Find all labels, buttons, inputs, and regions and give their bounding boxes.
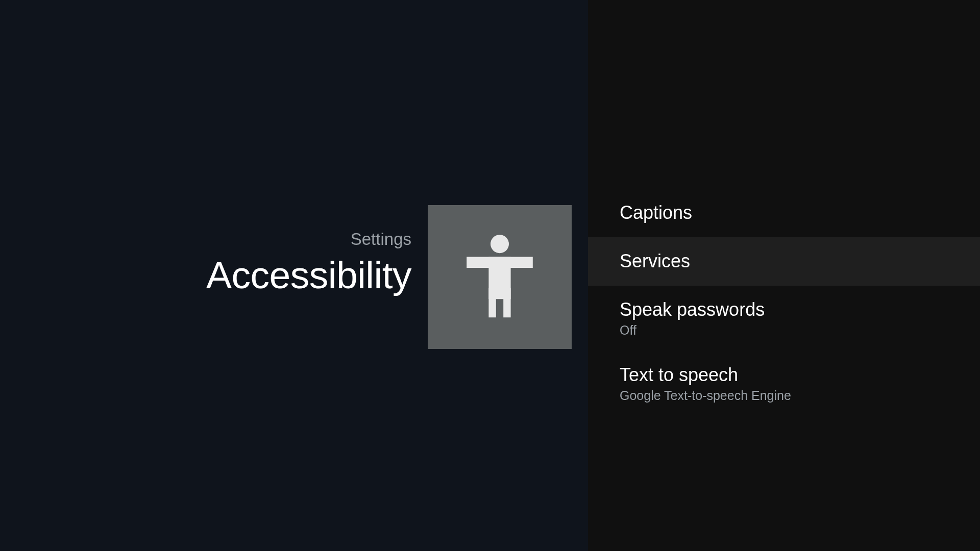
menu-item-title: Services [620, 249, 948, 272]
settings-screen: Settings Accessibility Captions Services [0, 0, 980, 551]
left-pane: Settings Accessibility [0, 0, 588, 551]
menu-item-captions[interactable]: Captions [588, 189, 980, 237]
breadcrumb: Settings [206, 230, 411, 249]
header-text: Settings Accessibility [206, 205, 411, 297]
menu-item-title: Captions [620, 201, 948, 224]
svg-rect-3 [488, 288, 496, 318]
menu-item-title: Speak passwords [620, 298, 948, 321]
menu-item-subtitle: Off [620, 323, 948, 338]
svg-point-0 [491, 235, 509, 253]
menu-pane: Captions Services Speak passwords Off Te… [588, 0, 980, 551]
menu-item-title: Text to speech [620, 363, 948, 386]
menu-item-subtitle: Google Text-to-speech Engine [620, 388, 948, 403]
menu-item-services[interactable]: Services [588, 237, 980, 286]
accessibility-icon-box [428, 205, 572, 349]
menu-item-speak-passwords[interactable]: Speak passwords Off [588, 286, 980, 351]
page-title: Accessibility [206, 253, 411, 297]
header-block: Settings Accessibility [206, 205, 572, 349]
menu-item-text-to-speech[interactable]: Text to speech Google Text-to-speech Eng… [588, 351, 980, 416]
accessibility-icon [454, 231, 546, 323]
svg-rect-4 [503, 288, 510, 318]
